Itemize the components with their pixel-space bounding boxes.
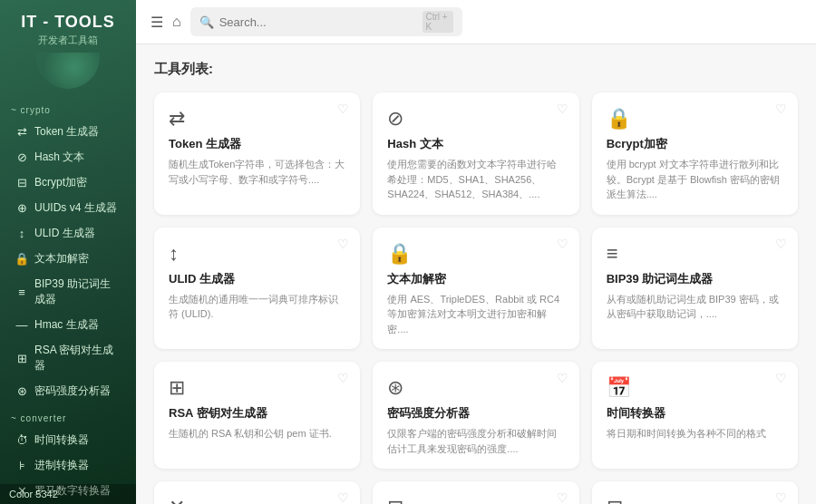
logo-title: IT - TOOLS (11, 13, 125, 32)
sidebar-item-hash-text[interactable]: ⊘ Hash 文本 (5, 145, 131, 170)
pwd-analyzer-desc: 仅限客户端的密码强度分析和破解时间估计工具来发现密码的强度.... (387, 426, 564, 456)
favorite-icon[interactable]: ♡ (557, 102, 568, 116)
base64-str-conv-icon: ⊡ (387, 496, 564, 504)
sidebar-item-uuid[interactable]: ⊕ UUIDs v4 生成器 (5, 196, 131, 220)
pwd-strength-icon: ⊛ (15, 384, 29, 398)
bcrypt-desc: 使用 bcrypt 对文本字符串进行散列和比较。Bcrypt 是基于 Blowf… (607, 157, 783, 202)
logo-subtitle: 开发者工具箱 (11, 34, 125, 47)
tool-card-bcrypt[interactable]: ♡ 🔒 Bcrypt加密 使用 bcrypt 对文本字符串进行散列和比较。Bcr… (592, 92, 798, 215)
search-icon: 🔍 (199, 15, 214, 29)
favorite-icon[interactable]: ♡ (775, 237, 787, 251)
ulid-icon: ↕ (15, 227, 29, 240)
sidebar-item-token-gen[interactable]: ⇄ Token 生成器 (5, 120, 131, 144)
bip39-label: BIP39 助记词生成器 (34, 276, 121, 307)
rsa-icon: ⊞ (15, 352, 29, 365)
ulid-gen-icon: ↕ (169, 242, 345, 266)
sidebar: IT - TOOLS 开发者工具箱 ~ Crypto ⇄ Token 生成器 ⊘… (0, 0, 136, 504)
rsa-keygen-icon: ⊞ (169, 376, 345, 400)
base-convert-label: 进制转换器 (34, 458, 89, 473)
favorite-icon[interactable]: ♡ (775, 371, 787, 385)
bcrypt-icon: ⊟ (15, 176, 29, 189)
favorite-icon[interactable]: ♡ (557, 371, 568, 385)
tool-card-base64-str-conv[interactable]: ♡ ⊡ Base64 字符串转换 将字符串编码和解码为 Base64 表示形式. (373, 481, 578, 504)
search-bar[interactable]: 🔍 Ctrl + K (190, 7, 462, 36)
time-convert-icon: ⏱ (15, 433, 29, 447)
bip39-gen-name: BIP39 助记词生成器 (607, 271, 783, 287)
tool-card-ulid-gen[interactable]: ♡ ↕ ULID 生成器 生成随机的通用唯一一词典可排序标识符 (ULID). (154, 228, 360, 350)
logo-decoration (36, 53, 100, 89)
bcrypt-name: Bcrypt加密 (607, 136, 783, 152)
color-label: Color 5342 (0, 484, 136, 504)
home-icon[interactable]: ⌂ (172, 14, 181, 30)
favorite-icon[interactable]: ♡ (775, 102, 787, 116)
pwd-analyzer-icon: ⊛ (387, 376, 564, 400)
tool-card-time-converter[interactable]: ♡ 📅 时间转换器 将日期和时间转换为各种不同的格式 (592, 362, 798, 469)
search-input[interactable] (219, 15, 417, 29)
encrypt-label: 文本加解密 (34, 251, 89, 267)
base-convert-icon: ⊧ (15, 459, 29, 472)
pwd-analyzer-name: 密码强度分析器 (387, 405, 564, 422)
uuid-icon: ⊕ (15, 201, 29, 215)
main-area: ☰ ⌂ 🔍 Ctrl + K 工具列表: ♡ ⇄ Token 生成器 随机生成T… (136, 0, 816, 504)
encrypt-icon: 🔒 (15, 252, 29, 266)
favorite-icon[interactable]: ♡ (775, 490, 787, 504)
sidebar-item-pwd-strength[interactable]: ⊛ 密码强度分析器 (5, 379, 131, 403)
topbar: ☰ ⌂ 🔍 Ctrl + K (136, 0, 816, 44)
search-shortcut: Ctrl + K (423, 11, 453, 33)
ulid-label: ULID 生成器 (34, 226, 95, 241)
ulid-gen-desc: 生成随机的通用唯一一词典可排序标识符 (ULID). (169, 292, 345, 322)
favorite-icon[interactable]: ♡ (337, 371, 349, 385)
favorite-icon[interactable]: ♡ (557, 237, 568, 251)
hash-text-icon: ⊘ (15, 150, 29, 164)
menu-icon[interactable]: ☰ (151, 14, 163, 31)
token-generator-name: Token 生成器 (169, 136, 345, 152)
bcrypt-label: Bcrypt加密 (34, 175, 87, 190)
time-converter-icon: 📅 (607, 376, 783, 400)
token-gen-icon: ⇄ (15, 125, 29, 139)
pwd-strength-label: 密码强度分析器 (34, 383, 111, 399)
time-convert-label: 时间转换器 (34, 432, 89, 448)
sidebar-item-bcrypt[interactable]: ⊟ Bcrypt加密 (5, 170, 131, 195)
time-converter-name: 时间转换器 (607, 405, 783, 422)
hash-text-label: Hash 文本 (34, 150, 84, 165)
sidebar-item-bip39[interactable]: ≡ BIP39 助记词生成器 (5, 272, 131, 312)
hmac-label: Hmac 生成器 (34, 317, 99, 333)
sidebar-item-hmac[interactable]: — Hmac 生成器 (5, 313, 131, 337)
sidebar-logo: IT - TOOLS 开发者工具箱 (0, 0, 136, 96)
tool-card-text-encrypt[interactable]: ♡ 🔒 文本加解密 使用 AES、TripleDES、Rabbit 或 RC4 … (373, 228, 578, 350)
base64-file-conv-icon: ⊡ (607, 496, 783, 504)
sidebar-section-label: ~ Converter (0, 404, 136, 427)
favorite-icon[interactable]: ♡ (337, 102, 349, 116)
rsa-label: RSA 密钥对生成器 (34, 343, 121, 373)
sidebar-sections: ~ Crypto ⇄ Token 生成器 ⊘ Hash 文本 ⊟ Bcrypt加… (0, 96, 136, 504)
bip39-gen-desc: 从有或随机助记词生成 BIP39 密码，或从密码中获取助记词，.... (607, 292, 783, 322)
favorite-icon[interactable]: ♡ (557, 490, 568, 504)
hash-text-name: Hash 文本 (387, 136, 564, 152)
tool-card-token-generator[interactable]: ♡ ⇄ Token 生成器 随机生成Token字符串，可选择包含：大写或小写字母… (154, 92, 360, 215)
favorite-icon[interactable]: ♡ (337, 237, 349, 251)
tool-card-roman-converter[interactable]: ♡ ✕ 罗马数字转换器 将罗马数字转换为数字、将数字转换为罗马数字. (154, 481, 360, 504)
time-converter-desc: 将日期和时间转换为各种不同的格式 (607, 426, 783, 441)
tool-card-bip39-gen[interactable]: ♡ ≡ BIP39 助记词生成器 从有或随机助记词生成 BIP39 密码，或从密… (592, 228, 798, 350)
bcrypt-icon: 🔒 (607, 107, 783, 131)
text-encrypt-icon: 🔒 (387, 242, 564, 266)
favorite-icon[interactable]: ♡ (337, 490, 349, 504)
roman-converter-icon: ✕ (169, 496, 345, 504)
sidebar-item-base-convert[interactable]: ⊧ 进制转换器 (5, 453, 131, 478)
sidebar-item-encrypt[interactable]: 🔒 文本加解密 (5, 247, 131, 271)
tool-card-pwd-analyzer[interactable]: ♡ ⊛ 密码强度分析器 仅限客户端的密码强度分析和破解时间估计工具来发现密码的强… (373, 362, 578, 469)
tool-card-base64-file-conv[interactable]: ♡ ⊡ Base64 文件转换器 将字符串、文件或图像转换为 Base64 表示… (592, 481, 798, 504)
tool-card-rsa-keygen[interactable]: ♡ ⊞ RSA 密钥对生成器 生随机的 RSA 私钥和公钥 pem 证书. (154, 362, 360, 469)
sidebar-item-rsa[interactable]: ⊞ RSA 密钥对生成器 (5, 338, 131, 378)
rsa-keygen-desc: 生随机的 RSA 私钥和公钥 pem 证书. (169, 426, 345, 441)
hash-text-icon: ⊘ (387, 107, 564, 131)
tool-card-hash-text[interactable]: ♡ ⊘ Hash 文本 使用您需要的函数对文本字符串进行哈希处理：MD5、SHA… (373, 92, 578, 215)
token-generator-desc: 随机生成Token字符串，可选择包含：大写或小写字母、数字和或字符号.... (169, 157, 345, 187)
hash-text-desc: 使用您需要的函数对文本字符串进行哈希处理：MD5、SHA1、SHA256、SHA… (387, 157, 564, 202)
ulid-gen-name: ULID 生成器 (169, 271, 345, 287)
hmac-icon: — (15, 318, 29, 332)
uuid-label: UUIDs v4 生成器 (34, 200, 117, 216)
sidebar-item-ulid[interactable]: ↕ ULID 生成器 (5, 221, 131, 246)
sidebar-section-label: ~ Crypto (0, 96, 136, 119)
sidebar-item-time-convert[interactable]: ⏱ 时间转换器 (5, 428, 131, 452)
